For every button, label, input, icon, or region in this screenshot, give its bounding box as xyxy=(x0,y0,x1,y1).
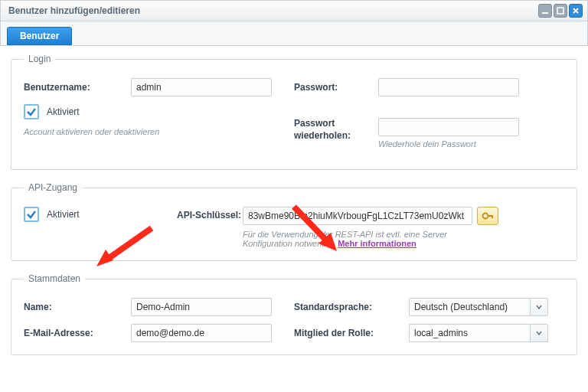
password-repeat-label: Passwort wiederholen: xyxy=(294,118,378,142)
legend-login: Login xyxy=(24,54,55,64)
api-key-label: API-Schlüssel: xyxy=(177,210,243,222)
chevron-down-icon xyxy=(536,330,542,336)
tab-user[interactable]: Benutzer xyxy=(7,27,72,45)
email-label: E-Mail-Adresse: xyxy=(24,328,131,338)
fieldset-master: Stammdaten Name: E-Mail-Adresse: Standar… xyxy=(11,273,577,355)
svg-point-4 xyxy=(483,214,488,219)
role-label: Mitglied der Rolle: xyxy=(294,328,409,338)
role-dropdown-button[interactable] xyxy=(530,324,548,342)
legend-master: Stammdaten xyxy=(24,273,85,284)
fieldset-api: API-Zugang Aktiviert API-Schlüssel: xyxy=(11,182,577,261)
svg-rect-1 xyxy=(557,8,564,14)
tab-user-label: Benutzer xyxy=(20,31,59,41)
api-more-info-link[interactable]: Mehr informationen xyxy=(338,239,416,248)
lang-select[interactable] xyxy=(409,298,530,316)
name-input[interactable] xyxy=(131,298,272,316)
login-activated-hint: Account aktivieren oder deaktivieren xyxy=(24,127,294,136)
window-controls xyxy=(538,4,583,18)
svg-rect-0 xyxy=(542,12,548,14)
svg-rect-6 xyxy=(492,215,493,218)
api-hint: Für die Verwendung der REST-API ist evtl… xyxy=(243,230,488,248)
toolbar: Benutzer xyxy=(0,21,588,46)
lang-dropdown-button[interactable] xyxy=(530,298,548,316)
api-activated-checkbox[interactable] xyxy=(24,207,39,222)
role-select[interactable] xyxy=(409,324,530,342)
lang-label: Standardsprache: xyxy=(294,302,409,312)
username-label: Benutzername: xyxy=(24,82,131,93)
login-activated-checkbox[interactable] xyxy=(24,104,39,119)
fieldset-login: Login Benutzername: Aktiviert Account ak… xyxy=(11,54,577,170)
api-activated-label: Aktiviert xyxy=(47,209,80,220)
legend-api: API-Zugang xyxy=(24,182,82,193)
login-activated-label: Aktiviert xyxy=(47,106,80,117)
password-label: Passwort: xyxy=(294,82,378,93)
close-button[interactable] xyxy=(569,4,583,18)
chevron-down-icon xyxy=(536,304,542,310)
generate-key-button[interactable] xyxy=(477,207,498,225)
minimize-button[interactable] xyxy=(538,4,552,18)
email-input[interactable] xyxy=(131,324,272,342)
name-label: Name: xyxy=(24,302,131,312)
titlebar: Benutzer hinzufügen/editieren xyxy=(0,0,588,21)
password-input[interactable] xyxy=(378,78,519,96)
password-repeat-input[interactable] xyxy=(378,118,519,136)
api-key-input[interactable] xyxy=(243,207,472,225)
key-icon xyxy=(482,210,494,222)
window-title: Benutzer hinzufügen/editieren xyxy=(8,5,140,16)
maximize-button[interactable] xyxy=(554,4,567,18)
password-repeat-hint: Wiederhole dein Passwort xyxy=(378,139,476,149)
username-input[interactable] xyxy=(131,78,272,96)
